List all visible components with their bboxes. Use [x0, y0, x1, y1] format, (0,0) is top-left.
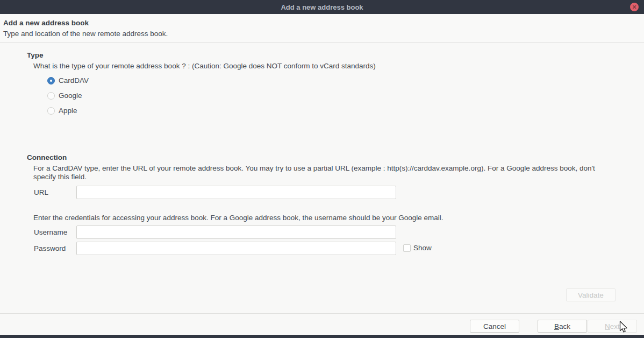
credentials-description: Enter the credentials for accessing your…: [33, 214, 617, 222]
show-password-label: Show: [413, 244, 432, 252]
connection-section-heading: Connection: [27, 153, 67, 161]
checkbox-unchecked-icon[interactable]: [403, 244, 411, 252]
radio-option-google[interactable]: Google: [47, 91, 82, 100]
radio-option-carddav[interactable]: CardDAV: [47, 76, 89, 84]
titlebar[interactable]: Add a new address book ✕: [0, 0, 644, 14]
back-button-label: ack: [559, 322, 570, 330]
close-button[interactable]: ✕: [630, 3, 639, 11]
url-input[interactable]: [76, 186, 396, 199]
radio-label: CardDAV: [59, 76, 89, 84]
radio-selected-icon[interactable]: [47, 77, 55, 84]
back-button[interactable]: Back: [538, 320, 587, 333]
back-button-mnemonic: B: [554, 322, 559, 330]
password-input[interactable]: [76, 242, 396, 255]
show-password-checkbox-row[interactable]: Show: [403, 244, 432, 252]
page-header: Add a new address book Type and location…: [0, 14, 644, 43]
add-address-book-dialog: Add a new address book ✕ Add a new addre…: [0, 0, 644, 338]
radio-unselected-icon[interactable]: [47, 92, 55, 100]
close-icon: ✕: [632, 4, 636, 10]
window-title: Add a new address book: [281, 3, 363, 11]
radio-unselected-icon[interactable]: [47, 107, 55, 115]
page-title: Add a new address book: [3, 18, 641, 29]
radio-label: Google: [59, 91, 82, 100]
type-section-description: What is the type of your remote address …: [33, 62, 619, 71]
page-subtitle: Type and location of the new remote addr…: [3, 29, 641, 39]
username-input[interactable]: [76, 226, 396, 239]
url-label: URL: [34, 188, 48, 196]
cancel-button[interactable]: Cancel: [470, 320, 519, 333]
password-label: Password: [34, 244, 66, 252]
validate-button[interactable]: Validate: [566, 288, 616, 301]
next-button[interactable]: Next: [588, 320, 637, 333]
username-label: Username: [34, 228, 67, 236]
next-button-label: ext: [610, 322, 620, 330]
next-button-mnemonic: N: [605, 322, 610, 330]
footer-separator: [0, 313, 644, 314]
window-bottom-edge: [0, 335, 644, 338]
url-description: For a CardDAV type, enter the URL of you…: [33, 164, 617, 181]
radio-label: Apple: [59, 107, 77, 115]
radio-option-apple[interactable]: Apple: [47, 107, 77, 115]
type-section-heading: Type: [27, 51, 44, 59]
